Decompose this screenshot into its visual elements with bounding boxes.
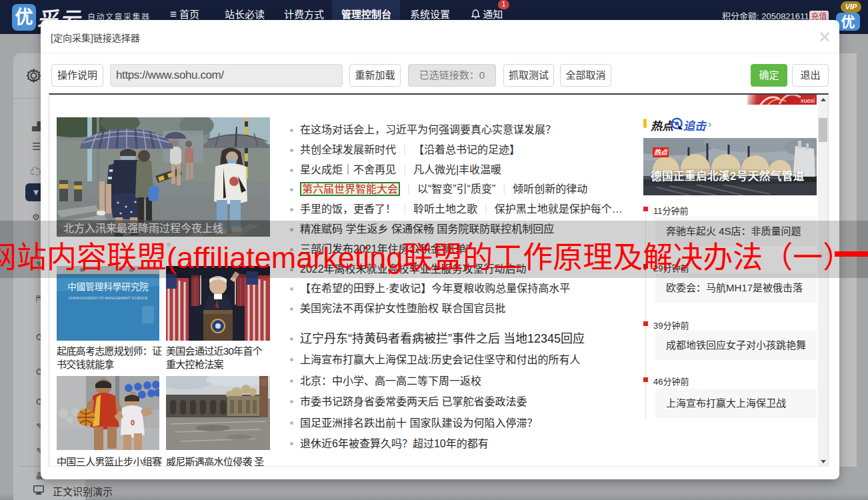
svg-text:中國管理科學研究院: 中國管理科學研究院 <box>67 282 149 292</box>
svg-text:CHINA ACADEMY OF MANAGEMENT SC: CHINA ACADEMY OF MANAGEMENT SCIENCE <box>69 296 148 300</box>
svg-text:0: 0 <box>131 419 135 427</box>
